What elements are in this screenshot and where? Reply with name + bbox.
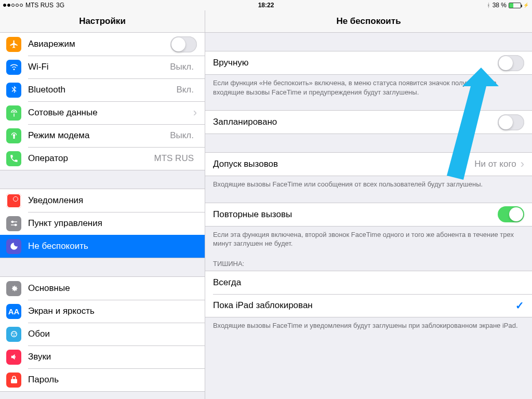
silence-always-label: Всегда <box>213 277 524 288</box>
sidebar-item-controlcenter[interactable]: Пункт управления <box>0 212 205 235</box>
passcode-icon <box>6 373 21 388</box>
wifi-value: Выкл. <box>170 62 194 72</box>
dnd-icon <box>6 239 21 254</box>
notifications-label: Уведомления <box>28 195 197 206</box>
row-allow-calls[interactable]: Допуск вызовов Ни от кого › <box>205 153 532 176</box>
airplane-label: Авиарежим <box>28 39 170 49</box>
allow-calls-label: Допуск вызовов <box>213 159 474 169</box>
repeated-label: Повторные вызовы <box>213 209 498 220</box>
bluetooth-label: Bluetooth <box>28 85 176 95</box>
allow-calls-footer: Входящие вызовы FaceTime или сообщения о… <box>205 176 532 193</box>
sidebar-item-airplane[interactable]: Авиарежим <box>0 33 205 56</box>
repeated-footer: Если эта функция включена, второй звонок… <box>205 227 532 252</box>
row-silence-always[interactable]: Всегда <box>205 271 532 294</box>
svg-point-7 <box>13 335 14 336</box>
cellular-icon <box>6 105 21 121</box>
repeated-switch[interactable] <box>498 206 524 222</box>
dnd-label: Не беспокоить <box>28 241 197 251</box>
detail-header: Не беспокоить <box>205 10 532 33</box>
wallpaper-icon <box>6 327 21 342</box>
wallpaper-label: Обои <box>28 329 197 339</box>
sounds-icon <box>6 350 21 365</box>
bluetooth-value: Вкл. <box>176 85 194 95</box>
svg-point-5 <box>12 332 13 334</box>
sidebar-item-dnd[interactable]: Не беспокоить <box>0 235 205 258</box>
settings-sidebar[interactable]: Настройки Авиарежим Wi-Fi Выкл. <box>0 10 205 399</box>
check-icon: ✓ <box>515 299 524 312</box>
charging-icon: ⚡ <box>523 3 529 8</box>
sidebar-item-sounds[interactable]: Звуки <box>0 345 205 368</box>
sidebar-item-bluetooth[interactable]: Bluetooth Вкл. <box>0 78 205 101</box>
clock-label: 18:22 <box>258 2 274 9</box>
sidebar-item-passcode[interactable]: Пароль <box>0 368 205 391</box>
network-label: 3G <box>56 2 64 9</box>
svg-point-4 <box>11 331 17 337</box>
carrier-icon <box>6 151 21 166</box>
silence-footer: Входящие вызовы FaceTime и уведомления б… <box>205 317 532 335</box>
passcode-label: Пароль <box>28 375 197 385</box>
silence-header: ТИШИНА: <box>205 252 532 271</box>
sidebar-item-hotspot[interactable]: Режим модема Выкл. <box>0 124 205 147</box>
allow-calls-value: Ни от кого <box>474 159 516 169</box>
hotspot-icon <box>6 128 21 143</box>
status-right: ᚼ 38 % ⚡ <box>487 2 529 9</box>
sidebar-item-wallpaper[interactable]: Обои <box>0 323 205 345</box>
carrier-label: MTS RUS <box>25 2 54 9</box>
svg-rect-2 <box>11 221 17 222</box>
scheduled-label: Запланировано <box>213 117 498 127</box>
row-silence-locked[interactable]: Пока iPad заблокирован ✓ <box>205 294 532 317</box>
scheduled-switch[interactable] <box>498 114 524 130</box>
svg-rect-3 <box>11 224 17 225</box>
carrier-label: Оператор <box>28 153 154 164</box>
manual-switch[interactable] <box>498 55 524 71</box>
hotspot-label: Режим модема <box>28 130 170 141</box>
bluetooth-icon: ᚼ <box>487 2 490 8</box>
wifi-label: Wi-Fi <box>28 62 170 72</box>
chevron-icon: › <box>193 107 197 118</box>
chevron-icon: › <box>521 158 524 170</box>
display-icon: AA <box>6 304 21 319</box>
sidebar-header: Настройки <box>0 10 205 33</box>
svg-point-6 <box>15 332 16 334</box>
detail-title: Не беспокоить <box>336 16 401 26</box>
status-bar: MTS RUS 3G 18:22 ᚼ 38 % ⚡ <box>0 0 532 10</box>
cellular-label: Сотовые данные <box>28 108 193 118</box>
status-left: MTS RUS 3G <box>3 2 64 9</box>
display-label: Экран и яркость <box>28 306 197 316</box>
sidebar-item-cellular[interactable]: Сотовые данные › <box>0 101 205 124</box>
detail-pane[interactable]: Не беспокоить Вручную Если функция «Не б… <box>205 10 532 399</box>
sidebar-item-carrier[interactable]: Оператор MTS RUS <box>0 147 205 170</box>
sidebar-item-notifications[interactable]: Уведомления <box>0 189 205 212</box>
wifi-icon <box>6 60 21 75</box>
airplane-switch[interactable] <box>170 36 197 52</box>
airplane-icon <box>6 37 21 52</box>
controlcenter-label: Пункт управления <box>28 218 197 229</box>
battery-icon <box>509 3 521 8</box>
bluetooth-icon <box>6 83 21 98</box>
battery-percent: 38 % <box>493 2 507 9</box>
sidebar-item-wifi[interactable]: Wi-Fi Выкл. <box>0 56 205 78</box>
manual-label: Вручную <box>213 58 498 68</box>
general-label: Основные <box>28 283 197 294</box>
silence-locked-label: Пока iPad заблокирован <box>213 300 515 311</box>
sidebar-item-general[interactable]: Основные <box>0 277 205 300</box>
sidebar-item-display[interactable]: AA Экран и яркость <box>0 300 205 323</box>
carrier-value: MTS RUS <box>154 153 194 164</box>
controlcenter-icon <box>6 216 21 231</box>
sidebar-title: Настройки <box>79 16 126 26</box>
row-manual[interactable]: Вручную <box>205 51 532 74</box>
row-repeated-calls[interactable]: Повторные вызовы <box>205 203 532 226</box>
row-scheduled[interactable]: Запланировано <box>205 111 532 134</box>
general-icon <box>6 281 21 296</box>
manual-footer: Если функция «Не беспокоить» включена, в… <box>205 75 532 101</box>
notifications-icon <box>6 193 21 208</box>
sounds-label: Звуки <box>28 352 197 362</box>
signal-strength-icon <box>3 4 23 7</box>
hotspot-value: Выкл. <box>170 130 194 141</box>
